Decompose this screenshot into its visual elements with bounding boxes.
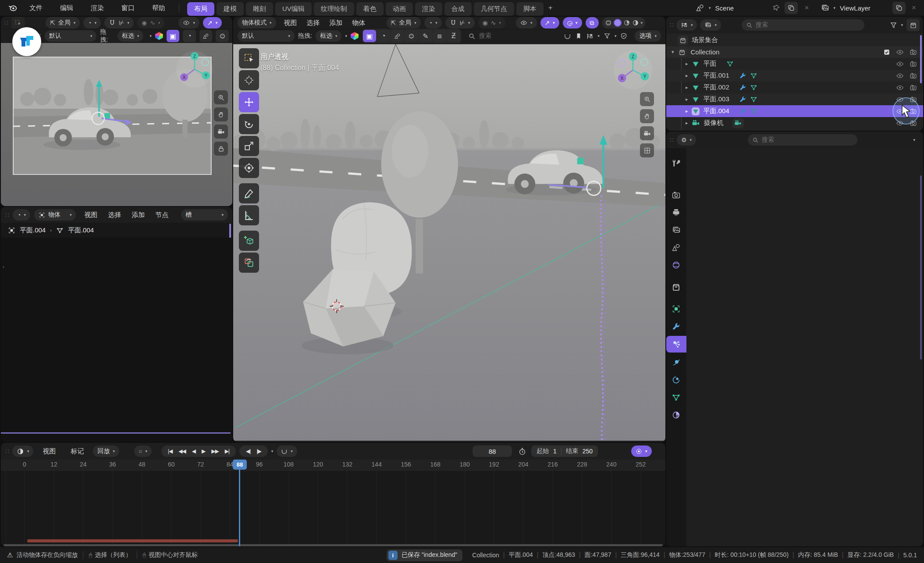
tab-render[interactable] (672, 190, 681, 200)
shading-solid-button[interactable] (614, 19, 622, 27)
tool-duplicate[interactable] (239, 253, 259, 273)
timeline-menu-item[interactable]: 标记 (65, 447, 89, 456)
snap-dropdown[interactable]: ⊬▾ (445, 17, 475, 29)
pan-hand-button[interactable] (214, 107, 228, 121)
search-icon[interactable] (468, 32, 476, 40)
shield-icon[interactable] (620, 32, 627, 39)
shading-wireframe-button[interactable] (605, 19, 612, 26)
expand-chevron[interactable]: ▸ (686, 108, 688, 114)
bookmark-icon[interactable] (575, 32, 582, 39)
expand-chevron[interactable]: ▸ (686, 73, 688, 78)
curve-falloff-icon[interactable] (564, 32, 571, 40)
outliner-row-object[interactable]: ▸ 平面.002 (666, 82, 923, 93)
object-label[interactable]: 平面 (704, 60, 717, 68)
timeline-scrollbar[interactable] (4, 544, 663, 546)
tool-add-cube[interactable] (239, 231, 259, 251)
transport-button[interactable]: ▶| (222, 448, 232, 454)
mode-drop-button[interactable] (391, 30, 404, 42)
object-label[interactable]: 平面.004 (704, 107, 729, 115)
tool-preset-dropdown[interactable]: 默认▾ (238, 30, 295, 42)
gradient-icon[interactable] (351, 32, 359, 40)
zoom-button[interactable] (640, 92, 654, 106)
search-input[interactable]: 搜索 (479, 32, 491, 40)
workspace-tab[interactable]: 渲染 (415, 2, 442, 16)
display-mode-dropdown[interactable]: ▾ (700, 19, 721, 31)
transport-button[interactable]: |◀ (165, 448, 175, 454)
node-editor-menu-item[interactable]: 视图 (80, 211, 102, 219)
editor-type-dropdown[interactable]: ▾ (676, 19, 697, 31)
workspace-tab[interactable]: 几何节点 (474, 2, 514, 16)
tab-physics[interactable] (672, 358, 681, 367)
object-label[interactable]: 摄像机 (704, 119, 724, 127)
scene-dropdown-caret[interactable]: ▾ (709, 6, 711, 10)
pivot-dropdown[interactable]: ◔▾ (83, 17, 101, 29)
timeline-menu-item[interactable]: 视图 (37, 447, 61, 456)
new-scene-button[interactable] (785, 2, 798, 14)
xray-toggle[interactable]: ⧉ (586, 17, 599, 29)
viewlayer-icon[interactable] (821, 4, 829, 12)
outliner-row-object[interactable]: ▸ 平面 (666, 58, 923, 70)
keying-dropdown[interactable]: ▾ (631, 445, 652, 457)
use-preview-range-button[interactable] (518, 447, 526, 456)
material-drop-button[interactable] (199, 30, 213, 42)
end-frame-value[interactable]: 250 (583, 448, 593, 455)
left-nav-gizmo[interactable]: Z X Y (176, 51, 213, 88)
viewlayer-dropdown-caret[interactable]: ▾ (834, 6, 836, 10)
workspace-tab[interactable]: 着色 (356, 2, 384, 16)
header-grip[interactable]: ∷ (670, 21, 673, 29)
expand-chevron[interactable]: ▸ (686, 96, 688, 102)
node-editor-menu-item[interactable]: 添加 (127, 211, 149, 219)
viewport-menu-item[interactable]: 添加 (325, 19, 347, 27)
more-caret[interactable]: ▾ (345, 34, 347, 38)
drag-mode-dropdown[interactable]: 框选▾ (316, 30, 342, 42)
render-camera-icon[interactable] (910, 48, 917, 56)
tab-constraints[interactable] (672, 375, 681, 385)
render-camera-icon[interactable] (910, 84, 917, 91)
workspace-tab[interactable]: 合成 (444, 2, 472, 16)
select-box-mode-button[interactable]: ▣ (167, 30, 180, 42)
collection-label[interactable]: Collection (691, 48, 720, 56)
timeline-tracks[interactable] (1, 471, 665, 546)
add-workspace-button[interactable]: + (548, 4, 553, 12)
exclude-checkbox[interactable] (883, 49, 890, 56)
gizmos-toggle[interactable]: ↗▾ (540, 17, 559, 29)
tab-scene[interactable] (672, 243, 681, 252)
more-caret[interactable]: ▾ (149, 34, 152, 38)
mode-brush-button[interactable]: ✎ (419, 30, 432, 42)
expand-chevron[interactable]: ▸ (686, 85, 688, 90)
delete-viewlayer-button[interactable]: × (910, 4, 918, 12)
workspace-tab[interactable]: 布局 (187, 2, 214, 16)
object-label[interactable]: 平面.003 (704, 95, 729, 103)
header-options-caret[interactable]: ▾ (913, 138, 915, 142)
active-tool-icon[interactable] (11, 17, 25, 29)
topbar-menu-item[interactable]: 渲染 (85, 4, 110, 12)
editor-type-dropdown[interactable]: ▾ (12, 445, 34, 457)
expand-chevron[interactable]: ▸ (686, 120, 688, 126)
tab-output[interactable] (672, 208, 681, 217)
workspace-tab[interactable]: 脚本 (516, 2, 544, 16)
ortho-grid-button[interactable] (640, 143, 654, 157)
node-canvas[interactable]: › (1, 238, 232, 442)
workspace-tab[interactable]: 纹理绘制 (314, 2, 354, 16)
workspace-tab[interactable]: 雕刻 (246, 2, 273, 16)
tab-object-data[interactable] (672, 393, 681, 402)
header-grip[interactable]: ∷ (670, 136, 673, 143)
shading-rendered-button[interactable] (632, 19, 639, 26)
camera-view-button[interactable] (214, 125, 228, 139)
gizmos-toggle[interactable]: ↗▾ (203, 17, 222, 29)
viewport-canvas[interactable]: 用户透视 (88) Collection | 平面.004 (233, 43, 665, 442)
breadcrumb-data[interactable]: 平面.004 (68, 226, 94, 235)
topbar-menu-item[interactable]: 窗口 (116, 4, 140, 12)
pivot-dropdown[interactable]: ◔▾ (424, 17, 442, 29)
tool-annotate[interactable] (239, 183, 259, 203)
playback-dropdown[interactable]: 回放▾ (93, 445, 119, 457)
world-sphere-button[interactable] (216, 30, 229, 42)
hide-eye-icon[interactable] (896, 84, 904, 92)
expand-chevron[interactable]: ▸ (686, 61, 688, 67)
scrollbar-vertical[interactable] (920, 35, 922, 83)
transport-button[interactable]: ▶ (199, 448, 208, 454)
tab-collection[interactable] (672, 282, 681, 292)
properties-search[interactable]: 搜索 (748, 134, 857, 146)
header-grip[interactable]: ∷ (4, 19, 8, 26)
tool-cursor[interactable] (239, 70, 259, 90)
